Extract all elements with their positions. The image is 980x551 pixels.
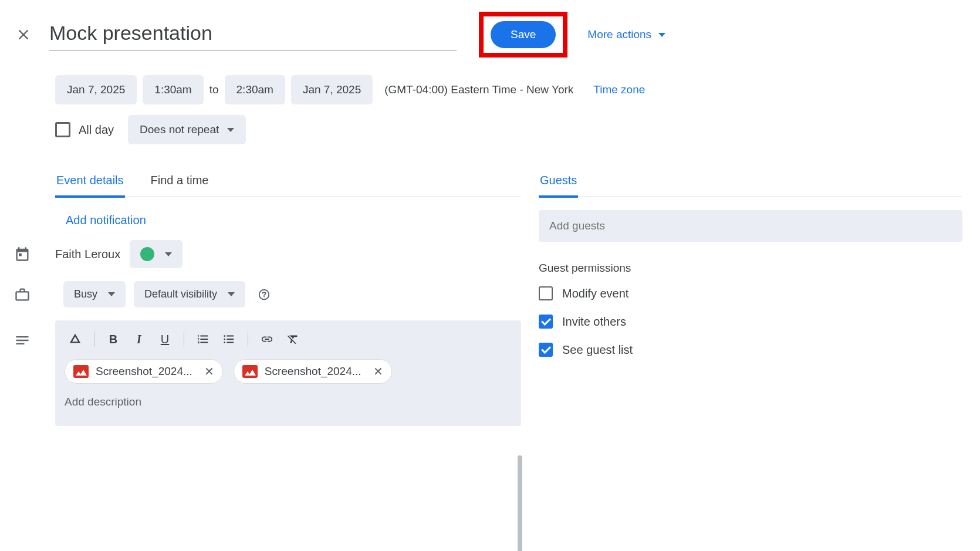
to-label: to: [209, 83, 219, 96]
attachment-chip[interactable]: Screenshot_2024... ✕: [65, 359, 223, 384]
save-button[interactable]: Save: [491, 21, 556, 48]
tab-event-details[interactable]: Event details: [55, 174, 125, 198]
timezone-link[interactable]: Time zone: [593, 83, 645, 96]
see-guest-list-checkbox[interactable]: [539, 343, 553, 357]
organizer-name: Faith Leroux: [55, 248, 120, 261]
bold-button[interactable]: B: [103, 329, 124, 350]
save-highlight-box: Save: [479, 12, 567, 58]
separator: [94, 332, 94, 347]
datetime-row: Jan 7, 2025 1:30am to 2:30am Jan 7, 2025…: [55, 75, 962, 104]
availability-dropdown[interactable]: Busy: [63, 281, 126, 307]
close-button[interactable]: [11, 22, 36, 48]
end-date-button[interactable]: Jan 7, 2025: [291, 75, 373, 104]
timezone-text: (GMT-04:00) Eastern Time - New York: [384, 83, 573, 96]
attachment-chip[interactable]: Screenshot_2024... ✕: [234, 359, 392, 384]
attachment-name: Screenshot_2024...: [265, 365, 361, 378]
chevron-down-icon: [108, 292, 115, 296]
unordered-list-button[interactable]: [218, 329, 239, 350]
guest-permissions-title: Guest permissions: [539, 262, 962, 275]
more-actions-label: More actions: [587, 28, 651, 41]
calendar-icon: [14, 246, 31, 262]
briefcase-icon: [14, 286, 31, 303]
image-file-icon: [73, 365, 89, 378]
chevron-down-icon: [658, 33, 665, 37]
chevron-down-icon: [228, 292, 235, 296]
tab-guests[interactable]: Guests: [539, 174, 578, 198]
close-icon: [15, 26, 32, 43]
bold-icon: B: [109, 333, 117, 346]
repeat-dropdown[interactable]: Does not repeat: [128, 115, 246, 144]
attachment-name: Screenshot_2024...: [96, 365, 192, 378]
remove-attachment-button[interactable]: ✕: [204, 364, 214, 378]
separator: [184, 332, 184, 347]
underline-button[interactable]: U: [154, 329, 175, 350]
modify-event-label: Modify event: [562, 287, 628, 300]
link-icon: [261, 333, 273, 346]
drive-icon: [69, 333, 82, 346]
unordered-list-icon: [222, 333, 235, 346]
invite-others-label: Invite others: [562, 315, 626, 329]
link-button[interactable]: [256, 329, 278, 350]
attach-drive-button[interactable]: [65, 329, 86, 350]
invite-others-checkbox[interactable]: [539, 315, 553, 329]
separator: [248, 332, 248, 347]
more-actions-button[interactable]: More actions: [587, 28, 665, 41]
see-guest-list-label: See guest list: [562, 343, 633, 357]
description-editor[interactable]: B I U Screenshot_2024...: [55, 320, 521, 426]
repeat-label: Does not repeat: [140, 123, 219, 136]
calendar-color-dropdown[interactable]: [130, 240, 183, 268]
italic-icon: I: [137, 333, 141, 346]
underline-icon: U: [161, 333, 169, 346]
scrollbar[interactable]: [518, 455, 522, 551]
visibility-help-button[interactable]: [254, 284, 275, 305]
start-time-button[interactable]: 1:30am: [143, 75, 203, 104]
add-notification-link[interactable]: Add notification: [55, 214, 146, 227]
color-swatch-icon: [140, 247, 154, 261]
chevron-down-icon: [227, 128, 234, 132]
description-placeholder: Add description: [65, 393, 512, 408]
ordered-list-icon: [197, 333, 209, 346]
visibility-label: Default visibility: [144, 288, 217, 300]
start-date-button[interactable]: Jan 7, 2025: [55, 75, 137, 104]
clear-format-button[interactable]: [282, 329, 303, 350]
availability-label: Busy: [74, 288, 97, 300]
description-icon: [14, 332, 31, 349]
all-day-checkbox[interactable]: [55, 122, 70, 137]
add-guests-input[interactable]: [539, 210, 962, 242]
tab-find-a-time[interactable]: Find a time: [150, 174, 210, 198]
event-title-input[interactable]: [49, 18, 457, 51]
end-time-button[interactable]: 2:30am: [225, 75, 285, 104]
chevron-down-icon: [165, 252, 172, 256]
image-file-icon: [242, 365, 258, 378]
modify-event-checkbox[interactable]: [539, 286, 553, 300]
help-icon: [258, 288, 271, 301]
remove-attachment-button[interactable]: ✕: [373, 364, 383, 378]
italic-button[interactable]: I: [129, 329, 150, 350]
clear-format-icon: [286, 333, 299, 346]
visibility-dropdown[interactable]: Default visibility: [134, 281, 245, 307]
ordered-list-button[interactable]: [192, 329, 214, 350]
all-day-label: All day: [79, 123, 114, 137]
